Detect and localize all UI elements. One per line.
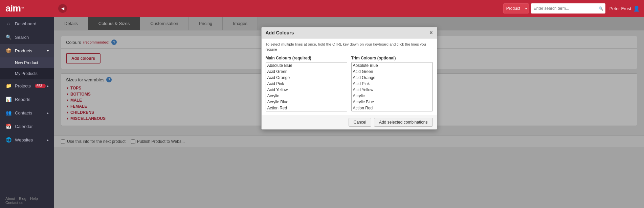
search-input-wrapper — [531, 3, 605, 14]
sidebar-nav: ⌂ Dashboard 🔍 Search 📦 Products ▾ New Pr… — [0, 17, 54, 193]
list-item[interactable]: Active Green — [266, 111, 347, 111]
sidebar-item-label: Contacts — [15, 110, 32, 115]
content-area: Details Colours & Sizes Customisation Pr… — [54, 17, 644, 208]
footer-link-contact[interactable]: Contact us — [5, 201, 23, 205]
modal-close-button[interactable]: × — [429, 30, 432, 35]
modal-footer: Cancel Add selected combinations — [262, 115, 437, 129]
trim-colours-title: Trim Colours (optional) — [351, 56, 433, 60]
sidebar-toggle-button[interactable]: ◀ — [58, 4, 67, 13]
list-item[interactable]: Acid Pink — [352, 81, 432, 87]
chevron-right-icon: ▸ — [47, 111, 49, 115]
sidebar-item-label: Projects — [15, 83, 31, 88]
footer-link-help[interactable]: Help — [30, 197, 38, 201]
sidebar-item-products[interactable]: 📦 Products ▾ — [0, 44, 54, 57]
list-item[interactable]: Acid Orange — [352, 75, 432, 81]
main-colours-list[interactable]: Absolute Blue Acid Green Acid Orange Aci… — [266, 62, 347, 111]
products-icon: 📦 — [5, 48, 12, 53]
list-item[interactable]: Acid Orange — [266, 75, 347, 81]
new-product-label: New Product — [15, 60, 38, 65]
sidebar-item-label: Dashboard — [15, 21, 37, 26]
my-products-label: My Products — [15, 71, 38, 76]
sidebar-item-new-product[interactable]: New Product — [0, 57, 54, 68]
list-item[interactable]: Acrylic — [352, 93, 432, 99]
sidebar-item-label: Websites — [15, 137, 33, 142]
topbar-search: Product — [503, 3, 605, 14]
sidebar-item-dashboard[interactable]: ⌂ Dashboard — [0, 17, 54, 30]
sidebar-item-label: Search — [15, 35, 29, 40]
contacts-icon: 👥 — [5, 110, 12, 115]
list-item[interactable]: Acid Yellow — [266, 87, 347, 93]
list-item[interactable]: Acid Yellow — [352, 87, 432, 93]
footer-link-about[interactable]: About — [5, 197, 15, 201]
websites-icon: 🌐 — [5, 137, 12, 142]
list-item[interactable]: Active Green — [352, 111, 432, 111]
modal-overlay: Add Colours × To select multiple lines a… — [54, 17, 644, 208]
sidebar-item-search[interactable]: 🔍 Search — [0, 30, 54, 44]
list-item[interactable]: Acid Green — [266, 69, 347, 75]
trim-colours-col: Trim Colours (optional) Absolute Blue Ac… — [351, 56, 433, 111]
main-colours-title: Main Colours (required) — [266, 56, 347, 60]
list-item[interactable]: Action Red — [266, 105, 347, 111]
sidebar-item-projects[interactable]: 📁 Projects 6531 ▸ — [0, 79, 54, 93]
calendar-icon: 📅 — [5, 124, 12, 129]
sidebar-logo: aim™ — [0, 0, 54, 17]
chevron-right-icon: ▸ — [47, 138, 49, 142]
sidebar-item-my-products[interactable]: My Products — [0, 68, 54, 79]
projects-badge: 6531 — [35, 84, 46, 88]
chevron-right-icon: ▸ — [47, 84, 49, 88]
main-colours-col: Main Colours (required) Absolute Blue Ac… — [266, 56, 347, 111]
chevron-down-icon: ▾ — [47, 49, 49, 53]
modal-columns: Main Colours (required) Absolute Blue Ac… — [266, 56, 433, 111]
dashboard-icon: ⌂ — [5, 21, 12, 26]
footer-link-blog[interactable]: Blog — [19, 197, 26, 201]
products-submenu: New Product My Products — [0, 57, 54, 79]
add-selected-button[interactable]: Add selected combinations — [374, 118, 432, 127]
modal-header: Add Colours × — [262, 27, 437, 38]
list-item[interactable]: Absolute Blue — [352, 62, 432, 69]
list-item[interactable]: Acrylic Blue — [352, 99, 432, 105]
main-area: ◀ Product Peter Frost 👤 Details Colours — [54, 0, 644, 208]
search-type-wrapper: Product — [503, 3, 529, 14]
trim-colours-list[interactable]: Absolute Blue Acid Green Acid Orange Aci… — [351, 62, 433, 111]
topbar: ◀ Product Peter Frost 👤 — [54, 0, 644, 17]
sidebar-footer: About Blog Help Contact us — [0, 193, 54, 208]
sidebar-item-calendar[interactable]: 📅 Calendar — [0, 120, 54, 133]
sidebar-item-websites[interactable]: 🌐 Websites ▸ — [0, 133, 54, 147]
modal-title: Add Colours — [266, 30, 294, 35]
sidebar-item-label: Calendar — [15, 124, 33, 129]
list-item[interactable]: Absolute Blue — [266, 62, 347, 69]
list-item[interactable]: Acid Pink — [266, 81, 347, 87]
add-colours-modal: Add Colours × To select multiple lines a… — [261, 27, 437, 130]
list-item[interactable]: Acid Green — [352, 69, 432, 75]
topbar-user[interactable]: Peter Frost 👤 — [609, 5, 640, 12]
reports-icon: 📊 — [5, 97, 12, 102]
modal-hint: To select multiple lines at once, hold t… — [266, 42, 433, 52]
sidebar-item-reports[interactable]: 📊 Reports — [0, 93, 54, 106]
projects-icon: 📁 — [5, 83, 12, 88]
list-item[interactable]: Acrylic Blue — [266, 99, 347, 105]
app-name: aim — [5, 3, 21, 14]
cancel-button[interactable]: Cancel — [349, 118, 371, 127]
search-input[interactable] — [531, 3, 605, 14]
user-name: Peter Frost — [609, 6, 631, 11]
app-trademark: ™ — [21, 7, 24, 10]
list-item[interactable]: Acrylic — [266, 93, 347, 99]
sidebar-item-label: Products — [15, 48, 32, 53]
sidebar-item-label: Reports — [15, 97, 30, 102]
modal-body: To select multiple lines at once, hold t… — [262, 38, 437, 115]
search-type-select[interactable]: Product — [503, 3, 529, 14]
user-avatar-icon: 👤 — [633, 5, 640, 12]
search-icon: 🔍 — [5, 34, 12, 40]
sidebar: aim™ ⌂ Dashboard 🔍 Search 📦 Products ▾ N… — [0, 0, 54, 208]
sidebar-item-contacts[interactable]: 👥 Contacts ▸ — [0, 106, 54, 120]
list-item[interactable]: Action Red — [352, 105, 432, 111]
